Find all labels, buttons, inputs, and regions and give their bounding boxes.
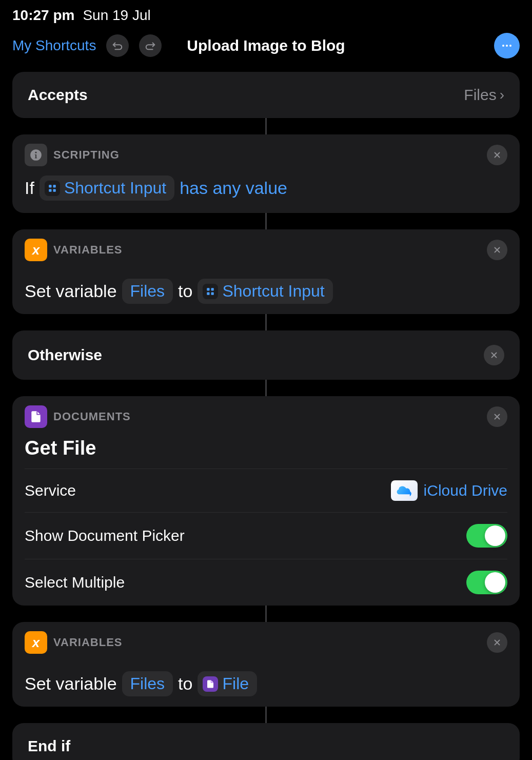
connector-5 [265,606,267,622]
set-variable-2-body: Set variable Files to File [12,661,520,707]
svg-rect-8 [53,189,55,191]
if-body: If Shortcut Input has any value [12,173,520,213]
service-label: Service [25,482,76,499]
svg-point-0 [502,45,504,47]
to-word-1: to [178,281,192,301]
if-card: SCRIPTING If Shortcut I [12,134,520,213]
accepts-label: Accepts [28,86,88,104]
files-pill-2[interactable]: Files [122,671,173,696]
nav-bar: My Shortcuts Upload Image to Blog [0,28,532,66]
back-button[interactable]: My Shortcuts [12,37,96,54]
accepts-value[interactable]: Files › [464,86,504,104]
show-document-picker-toggle[interactable] [466,524,507,548]
variables-1-icon: x [25,239,47,261]
svg-rect-6 [53,185,55,187]
files-label-1: Files [130,282,165,301]
connector-6 [265,707,267,723]
service-value[interactable]: iCloud Drive [391,480,507,501]
end-if-label: End if [28,737,70,754]
shortcut-input-label-2: Shortcut Input [222,282,324,301]
documents-category: DOCUMENTS [53,410,131,423]
connector-4 [265,380,267,396]
status-time: 10:27 pm [12,7,74,24]
content-area: Accepts Files › SCRIPTING If [0,66,532,760]
icloud-drive-label: iCloud Drive [424,482,507,499]
svg-rect-7 [49,189,51,191]
toggle-knob-1 [485,525,505,546]
scripting-header: SCRIPTING [12,134,520,173]
variables-2-category: VARIABLES [53,636,123,649]
otherwise-label: Otherwise [28,346,102,364]
otherwise-card: Otherwise [12,330,520,380]
shortcut-input-label-1: Shortcut Input [64,179,166,198]
svg-point-2 [509,45,511,47]
connector-2 [265,213,267,229]
page-title: Upload Image to Blog [187,37,345,54]
service-row: Service iCloud Drive [12,469,520,512]
files-label-2: Files [130,674,165,693]
set-variable-1-body: Set variable Files to Shortcut Input [12,268,520,314]
redo-button[interactable] [139,34,162,57]
files-pill-1[interactable]: Files [122,279,173,304]
documents-icon [25,405,47,428]
connector-1 [265,118,267,134]
show-document-picker-label: Show Document Picker [25,527,185,544]
show-document-picker-row: Show Document Picker [12,513,520,559]
svg-rect-13 [207,292,210,295]
scripting-icon [25,144,47,166]
more-button[interactable] [494,33,520,59]
if-keyword: If [25,178,34,198]
svg-rect-14 [211,292,214,295]
has-any-value-text: has any value [180,178,287,198]
status-date: Sun 19 Jul [83,7,150,24]
variables-1-category: VARIABLES [53,243,123,257]
status-bar: 10:27 pm Sun 19 Jul [0,0,532,28]
scripting-close-button[interactable] [487,145,507,165]
documents-card: DOCUMENTS Get File Service [12,396,520,606]
documents-header: DOCUMENTS [12,396,520,435]
nav-arrows [106,34,162,57]
variables-2-icon: x [25,631,47,654]
undo-button[interactable] [106,34,129,57]
file-label: File [222,674,249,693]
variables-1-header: x VARIABLES [12,229,520,268]
documents-close-button[interactable] [487,406,507,427]
file-icon [203,676,218,692]
variables-2-close-button[interactable] [487,632,507,653]
file-pill[interactable]: File [198,671,257,696]
shortcut-input-icon-1 [45,181,60,196]
shortcut-input-pill-1[interactable]: Shortcut Input [40,176,174,201]
icloud-icon [391,480,418,501]
connector-3 [265,314,267,330]
variables-1-close-button[interactable] [487,240,507,260]
select-multiple-toggle[interactable] [466,571,507,594]
get-file-title: Get File [12,435,520,469]
select-multiple-row: Select Multiple [12,559,520,606]
shortcut-input-icon-2 [203,284,218,299]
set-word-1: Set variable [25,281,117,301]
select-multiple-label: Select Multiple [25,574,125,591]
set-word-2: Set variable [25,674,117,694]
svg-point-1 [506,45,508,47]
svg-rect-12 [211,288,214,290]
set-variable-2-card: x VARIABLES Set variable Files to [12,622,520,707]
variables-2-header: x VARIABLES [12,622,520,661]
scripting-category: SCRIPTING [53,148,120,162]
otherwise-close-button[interactable] [484,345,504,365]
to-word-2: to [178,674,192,694]
set-variable-1-card: x VARIABLES Set variable Files to [12,229,520,314]
accepts-card: Accepts Files › [12,72,520,118]
shortcut-input-pill-2[interactable]: Shortcut Input [198,279,332,304]
svg-rect-11 [207,288,210,290]
svg-rect-5 [49,185,51,187]
toggle-knob-2 [485,572,505,593]
end-if-card: End if [12,723,520,760]
